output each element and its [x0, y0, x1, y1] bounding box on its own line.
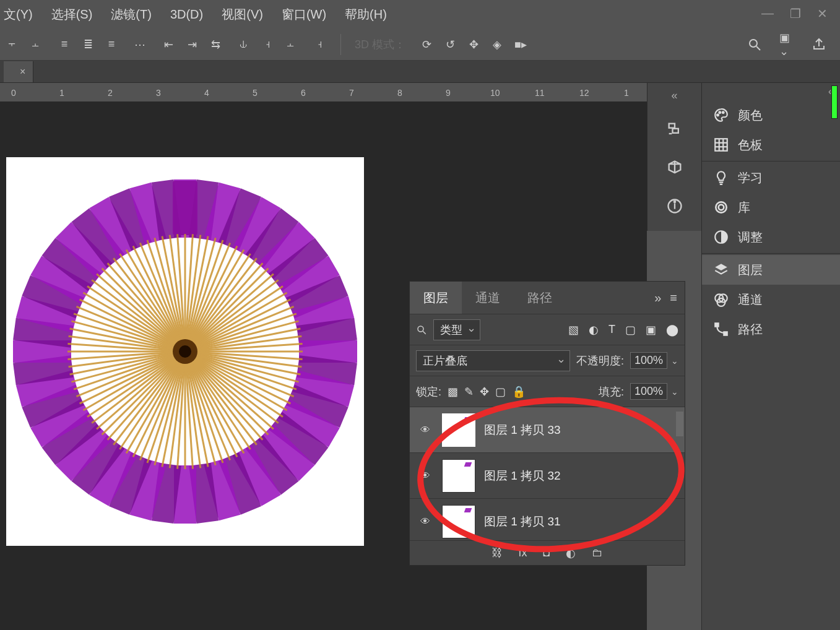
search-icon[interactable] [416, 324, 427, 335]
layer-row[interactable]: 👁 图层 1 拷贝 32 [410, 452, 685, 498]
opacity-label: 不透明度: [576, 353, 624, 368]
panel-menu-icon[interactable]: ≡ [670, 291, 677, 305]
layer-thumbnail[interactable] [442, 459, 475, 493]
panel-label: 色板 [738, 137, 763, 153]
align-top-icon[interactable]: ⫠ [28, 37, 43, 52]
menu-3d[interactable]: 3D(D) [170, 7, 203, 22]
panel-adjustments[interactable]: 调整 [702, 222, 840, 252]
menu-window[interactable]: 窗口(W) [282, 6, 326, 23]
panel-libraries[interactable]: 库 [702, 192, 840, 222]
distribute-v1-icon[interactable]: ⫝ [236, 37, 251, 52]
align-h2-icon[interactable]: ≣ [80, 37, 95, 52]
svg-rect-168 [715, 323, 718, 326]
tab-close-icon[interactable]: × [20, 66, 25, 77]
menu-help[interactable]: 帮助(H) [345, 6, 387, 23]
collapse-icon[interactable]: « [671, 89, 677, 102]
3d-panel-icon[interactable] [664, 157, 686, 179]
search-icon[interactable] [747, 37, 762, 52]
panel-layers[interactable]: 图层 [702, 255, 840, 285]
distribute-v2-icon[interactable]: ⫞ [260, 37, 275, 52]
blend-mode-select[interactable]: 正片叠底 [416, 350, 570, 371]
layer-thumbnail[interactable] [442, 505, 475, 538]
filter-smart-icon[interactable]: ▣ [646, 323, 656, 337]
lock-transparency-icon[interactable]: ▩ [448, 385, 458, 399]
filter-text-icon[interactable]: T [608, 323, 615, 337]
layer-name[interactable]: 图层 1 拷贝 31 [484, 514, 561, 530]
panel-paths[interactable]: 路径 [702, 314, 840, 344]
visibility-toggle-icon[interactable]: 👁 [417, 470, 433, 481]
lock-all-icon[interactable]: 🔒 [512, 385, 526, 399]
filter-type-select[interactable]: 类型 [433, 319, 480, 340]
mini-panel-column: « [647, 83, 701, 231]
panel-swatches[interactable]: 色板 [702, 130, 840, 160]
svg-point-148 [179, 345, 191, 358]
collapse-icon[interactable]: « [702, 83, 840, 100]
canvas[interactable] [6, 157, 364, 546]
scrollbar[interactable] [676, 412, 683, 436]
screen-mode-icon[interactable]: ▣ ⌄ [779, 37, 794, 52]
ruler-mark: 5 [253, 88, 258, 98]
chevron-down-icon[interactable]: ⌄ [671, 387, 678, 397]
layer-row[interactable]: 👁 图层 1 拷贝 33 [410, 407, 685, 452]
ruler-mark: 6 [301, 88, 306, 98]
adjustment-layer-icon[interactable]: ◐ [566, 546, 576, 560]
layer-name[interactable]: 图层 1 拷贝 32 [484, 468, 561, 484]
3d-slide-icon[interactable]: ◈ [490, 37, 504, 52]
share-icon[interactable] [812, 37, 826, 52]
panel-learn[interactable]: 学习 [702, 163, 840, 192]
new-group-icon[interactable]: 🗀 [592, 546, 603, 559]
distribute-h2-icon[interactable]: ⇥ [184, 37, 199, 52]
visibility-toggle-icon[interactable]: 👁 [417, 516, 433, 527]
distribute-h1-icon[interactable]: ⇤ [161, 37, 176, 52]
filter-shape-icon[interactable]: ▢ [625, 323, 636, 337]
minimize-button[interactable]: — [761, 6, 774, 21]
document-tab[interactable]: × [4, 61, 33, 82]
panel-label: 调整 [738, 229, 763, 246]
tab-paths[interactable]: 路径 [514, 282, 566, 314]
menu-select[interactable]: 选择(S) [51, 6, 93, 23]
panel-color[interactable]: 颜色 [702, 100, 840, 130]
filter-adjust-icon[interactable]: ◐ [589, 323, 599, 337]
layer-thumbnail[interactable] [442, 413, 475, 447]
3d-mode-label: 3D 模式： [355, 37, 405, 52]
horizontal-ruler: 0 1 2 3 4 5 6 7 8 9 10 11 12 1 [0, 83, 647, 101]
link-layers-icon[interactable]: ⛓ [491, 546, 503, 559]
menu-file[interactable]: 文(Y) [4, 6, 33, 23]
3d-orbit-icon[interactable]: ⟳ [419, 37, 434, 52]
filter-pixel-icon[interactable]: ▧ [568, 323, 579, 337]
lock-paint-icon[interactable]: ✎ [464, 385, 474, 399]
filter-toggle-icon[interactable]: ⬤ [666, 323, 678, 337]
3d-roll-icon[interactable]: ↺ [443, 37, 457, 52]
align-h3-icon[interactable]: ≡ [104, 37, 119, 52]
opacity-value[interactable]: 100% [630, 352, 667, 369]
layer-fx-icon[interactable]: fx [519, 546, 527, 559]
maximize-button[interactable]: ❐ [790, 6, 801, 21]
history-panel-icon[interactable] [664, 118, 686, 140]
lock-position-icon[interactable]: ✥ [480, 385, 489, 399]
3d-camera-icon[interactable]: ■▸ [513, 37, 528, 52]
distribute-h3-icon[interactable]: ⇆ [208, 37, 223, 52]
properties-panel-icon[interactable] [664, 195, 686, 217]
distribute-v3-icon[interactable]: ⫠ [284, 37, 298, 52]
lock-artboard-icon[interactable]: ▢ [495, 385, 506, 399]
layer-mask-icon[interactable]: ◘ [543, 546, 550, 559]
chevron-down-icon[interactable]: ⌄ [671, 356, 678, 366]
align-left-icon[interactable]: ⫟ [5, 37, 20, 52]
menu-view[interactable]: 视图(V) [222, 6, 263, 23]
grid-icon [713, 137, 729, 153]
3d-pan-icon[interactable]: ✥ [466, 37, 481, 52]
fill-value[interactable]: 100% [630, 383, 667, 400]
spacing-icon[interactable]: ⫞ [312, 37, 327, 52]
panel-channels[interactable]: 通道 [702, 285, 840, 314]
menu-filter[interactable]: 滤镜(T) [111, 6, 152, 23]
visibility-toggle-icon[interactable]: 👁 [417, 425, 433, 436]
more-icon[interactable]: ⋯ [132, 37, 147, 52]
align-h1-icon[interactable]: ≡ [57, 37, 72, 52]
svg-point-163 [719, 205, 724, 210]
layer-row[interactable]: 👁 图层 1 拷贝 31 [410, 498, 685, 540]
tab-channels[interactable]: 通道 [462, 282, 514, 314]
layer-name[interactable]: 图层 1 拷贝 33 [484, 422, 561, 438]
expand-icon[interactable]: » [654, 291, 661, 305]
close-button[interactable]: ✕ [817, 6, 828, 21]
tab-layers[interactable]: 图层 [410, 282, 462, 314]
